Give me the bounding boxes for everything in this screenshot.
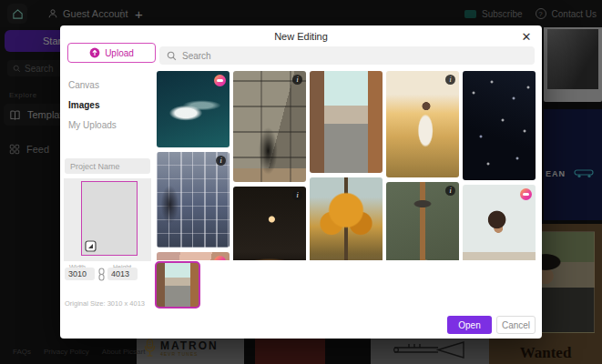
canvas-preview-panel xyxy=(64,178,151,261)
height-input[interactable] xyxy=(107,268,138,280)
menu-item-my-uploads[interactable]: My Uploads xyxy=(68,120,117,130)
project-name-input[interactable] xyxy=(65,158,150,174)
search-icon xyxy=(167,51,177,61)
grid-column: ii xyxy=(233,71,306,260)
canvas-preview-rect[interactable] xyxy=(81,181,138,256)
grid-column xyxy=(310,71,383,260)
thumbnail-neon-city-night[interactable]: i xyxy=(233,187,306,260)
grid-column: i xyxy=(157,71,230,260)
image-search-bar xyxy=(159,46,535,65)
app-root: Guest Account ⋮ + Subscribe ? Contact Us… xyxy=(0,0,602,364)
selected-thumbnail-city-street[interactable] xyxy=(155,261,200,308)
close-icon[interactable]: ✕ xyxy=(519,29,534,44)
image-grid: iiiii xyxy=(157,71,537,260)
thumbnail-person-concrete-wall[interactable]: i xyxy=(233,71,306,182)
thumbnail-starry-night-sky[interactable] xyxy=(463,71,536,180)
premium-badge-icon xyxy=(214,256,226,260)
info-icon[interactable]: i xyxy=(292,190,302,200)
thumbnail-woman-golden-field[interactable]: i xyxy=(386,71,459,177)
thumbnail-ocean-aerial[interactable] xyxy=(157,71,230,147)
menu-item-canvas[interactable]: Canvas xyxy=(68,80,99,90)
thumbnail-portrait-partial[interactable] xyxy=(157,252,230,260)
upload-button[interactable]: Upload xyxy=(67,43,156,63)
thumbnail-hand-holding-hammer[interactable]: i xyxy=(386,182,459,260)
resize-handle-icon[interactable] xyxy=(85,240,97,252)
modal-title: New Editing xyxy=(60,31,542,42)
premium-badge-icon xyxy=(214,75,226,86)
cancel-button[interactable]: Cancel xyxy=(496,316,536,334)
thumbnail-photo-wall-gallery[interactable]: i xyxy=(157,152,230,248)
info-icon[interactable]: i xyxy=(292,75,302,85)
premium-badge-icon xyxy=(520,188,532,200)
upload-icon xyxy=(89,47,100,58)
info-icon[interactable]: i xyxy=(445,186,455,196)
open-button[interactable]: Open xyxy=(447,316,492,334)
grid-column: ii xyxy=(386,71,459,260)
grid-column xyxy=(463,71,536,260)
thumbnail-curly-hair-woman[interactable] xyxy=(463,185,536,260)
width-input[interactable] xyxy=(65,268,95,280)
original-size-text: Original Size: 3010 x 4013 xyxy=(65,299,145,308)
thumbnail-autumn-tree-road[interactable] xyxy=(310,177,383,260)
info-icon[interactable]: i xyxy=(445,75,455,85)
thumbnail-city-street[interactable] xyxy=(310,71,383,173)
menu-item-images[interactable]: Images xyxy=(68,100,99,110)
image-search-input[interactable] xyxy=(182,51,527,61)
info-icon[interactable]: i xyxy=(216,156,226,166)
new-editing-modal: New Editing ✕ Upload Canvas Images My Up… xyxy=(60,25,542,339)
lock-ratio-icon[interactable] xyxy=(97,268,107,281)
